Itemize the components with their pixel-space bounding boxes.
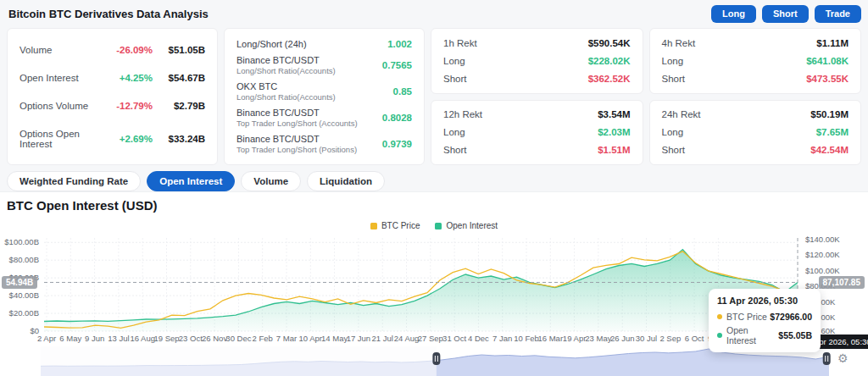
rekt-value: $2.03M	[578, 127, 631, 137]
rekt-row: Long$228.02K	[443, 56, 631, 66]
ratio-value: 0.7565	[382, 60, 412, 70]
rekt-column-left: 1h Rekt$590.54KLong$228.02KShort$362.52K…	[431, 28, 643, 165]
x-axis-tick: 2 Sep	[659, 334, 681, 343]
header-button-trade[interactable]: Trade	[815, 5, 861, 23]
rekt-row: Short$1.51M	[443, 145, 631, 155]
legend-swatch	[435, 223, 442, 229]
rekt-value: $42.54M	[796, 145, 849, 155]
ratio-label-title: Binance BTC/USDT	[236, 55, 382, 65]
rekt-value: $362.52K	[578, 74, 631, 84]
rekt-label: Short	[443, 74, 578, 84]
left-axis-tick: $40.00B	[9, 290, 39, 300]
x-axis-tick: 23 Oct	[179, 334, 203, 343]
crosshair-right-axis-badge: 87,107.85	[819, 276, 865, 289]
x-axis-tick: 10 Apr	[299, 334, 322, 343]
stats-change: -26.09%	[103, 45, 153, 55]
rekt-row: Short$473.55K	[662, 74, 849, 84]
header-buttons: LongShortTrade	[711, 5, 861, 23]
navigator-handle-left[interactable]	[432, 352, 440, 365]
x-axis-tick: 7 Mar	[276, 334, 297, 343]
derivatives-dashboard: { "page_title": "Bitcoin BTC Derivatives…	[0, 0, 868, 376]
x-axis-tick: 16 Aug	[130, 334, 155, 343]
ratio-row: Binance BTC/USDTTop Trader Long/Short (P…	[236, 134, 412, 154]
tab-weighted-funding-rate[interactable]: Weighted Funding Rate	[7, 171, 141, 191]
x-axis-tick: 10 Feb	[514, 334, 539, 343]
ratio-label-sub: Long/Short Ratio(Accounts)	[236, 92, 393, 102]
stats-value: $2.79B	[153, 101, 205, 111]
stats-value: $33.24B	[153, 134, 205, 144]
stats-change: +2.69%	[103, 134, 153, 144]
rekt-row: Short$42.54M	[662, 145, 849, 155]
ratio-label: Binance BTC/USDTTop Trader Long/Short (A…	[236, 108, 382, 128]
rekt-label: Long	[443, 56, 578, 66]
right-axis-tick: $100.00K	[805, 266, 840, 275]
stats-value: $54.67B	[153, 73, 205, 83]
tooltip-series-dot	[717, 314, 722, 319]
chart-tooltip: 11 Apr 2026, 05:30 BTC Price$72966.00Ope…	[709, 289, 821, 352]
ratio-row: OKX BTCLong/Short Ratio(Accounts)0.85	[236, 81, 412, 102]
stats-row: Options Volume-12.79%$2.79B	[19, 101, 205, 111]
ratio-value: 0.85	[393, 86, 412, 97]
rekt-label: Short	[662, 74, 797, 84]
ratio-row: Binance BTC/USDTLong/Short Ratio(Account…	[236, 55, 412, 75]
ratio-label: OKX BTCLong/Short Ratio(Accounts)	[236, 81, 393, 102]
rekt-row: Long$7.65M	[662, 127, 849, 137]
left-axis-tick: $0	[30, 326, 39, 335]
navigator-unselected-region	[41, 346, 437, 376]
x-axis-tick: 4 Dec	[468, 334, 489, 343]
rekt-label: Short	[443, 145, 578, 155]
right-axis-tick: $120.00K	[805, 250, 840, 259]
tab-volume[interactable]: Volume	[241, 171, 301, 191]
tab-liquidation[interactable]: Liquidation	[307, 171, 385, 191]
tooltip-row: BTC Price$72966.00	[717, 312, 812, 322]
crosshair-left-axis-badge: 54.94B	[2, 276, 37, 289]
ratio-label: Binance BTC/USDTTop Trader Long/Short (P…	[236, 134, 382, 154]
chart-section-title: BTC Open Interest (USD)	[7, 198, 158, 213]
rekt-row: 24h Rekt$50.19M	[662, 109, 849, 119]
long-short-ratio-card: Long/Short (24h)1.002Binance BTC/USDTLon…	[224, 28, 425, 165]
rekt-card: 1h Rekt$590.54KLong$228.02KShort$362.52K	[431, 28, 643, 94]
stats-change: +4.25%	[103, 73, 153, 83]
x-axis-tick: 26 Jun	[610, 334, 635, 343]
x-axis-tick: 14 May	[321, 334, 348, 343]
tooltip-row: Open Interest$55.05B	[717, 325, 812, 346]
ratio-label-title: Binance BTC/USDT	[236, 134, 382, 144]
header-button-short[interactable]: Short	[762, 5, 809, 23]
ratio-label: Binance BTC/USDTLong/Short Ratio(Account…	[236, 55, 382, 75]
rekt-label: 24h Rekt	[662, 109, 797, 119]
rekt-card: 4h Rekt$1.11MLong$641.08KShort$473.55K	[649, 28, 862, 94]
gear-icon[interactable]: ⚙	[837, 351, 849, 365]
ratio-row: Long/Short (24h)1.002	[236, 39, 412, 49]
rekt-row: 4h Rekt$1.11M	[662, 38, 849, 48]
x-axis-tick: 6 Oct	[685, 334, 704, 343]
x-axis-tick: 30 Jul	[636, 334, 657, 343]
ratio-label-sub: Long/Short Ratio(Accounts)	[236, 66, 382, 75]
ratio-label-sub: Top Trader Long/Short (Positions)	[236, 145, 382, 154]
rekt-label: 12h Rekt	[443, 109, 578, 119]
tooltip-series-label: BTC Price	[726, 312, 767, 322]
rekt-value: $7.65M	[796, 127, 849, 137]
x-axis-tick: 17 Jun	[347, 334, 371, 343]
rekt-label: 1h Rekt	[443, 38, 578, 48]
x-axis-tick: 27 Sep	[418, 334, 443, 343]
ratio-label-sub: Top Trader Long/Short (Accounts)	[236, 119, 382, 128]
ratio-label-title: Long/Short (24h)	[236, 39, 387, 49]
tab-open-interest[interactable]: Open Interest	[147, 171, 235, 191]
x-axis-tick: 19 Apr	[563, 334, 586, 343]
rekt-label: 4h Rekt	[662, 38, 797, 48]
header-button-long[interactable]: Long	[711, 5, 756, 23]
rekt-label: Long	[443, 127, 578, 137]
stat-cards-row: Volume-26.09%$51.05BOpen Interest+4.25%$…	[7, 28, 861, 165]
tooltip-series-value: $55.05B	[778, 330, 812, 340]
x-axis-tick: 23 May	[585, 334, 611, 343]
rekt-value: $3.54M	[578, 109, 631, 119]
x-axis-tick: 13 Jul	[108, 334, 129, 343]
legend-swatch	[370, 223, 377, 229]
x-axis-tick: 19 Sep	[153, 334, 179, 343]
x-axis-tick: 16 Mar	[538, 334, 564, 343]
stats-row: Open Interest+4.25%$54.67B	[19, 73, 205, 83]
chart-tabs: Weighted Funding RateOpen InterestVolume…	[7, 171, 385, 191]
ratio-label-title: Binance BTC/USDT	[236, 108, 382, 118]
navigator-handle-right[interactable]	[823, 352, 831, 365]
x-axis-tick: 31 Oct	[442, 334, 466, 343]
